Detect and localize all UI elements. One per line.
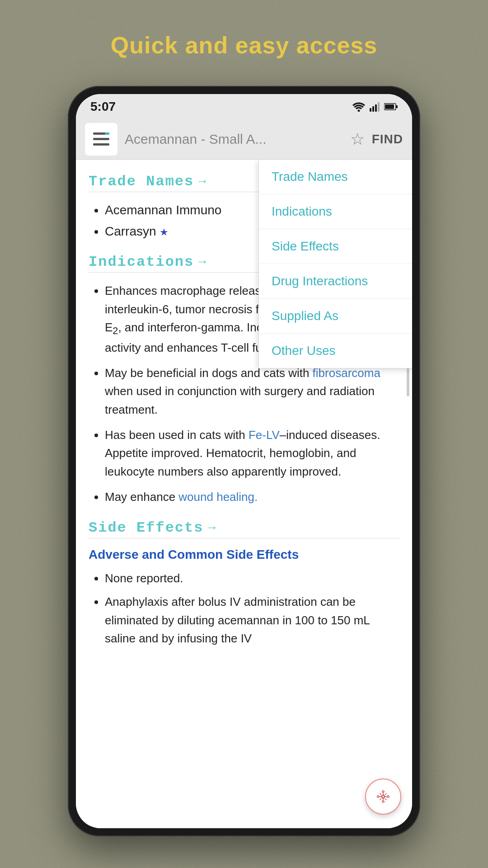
trade-name-2: Carrasyn bbox=[105, 224, 156, 238]
fe-lv-link[interactable]: Fe-LV bbox=[249, 428, 280, 442]
dropdown-menu: Trade Names Indications Side Effects Dru… bbox=[258, 160, 412, 368]
dropdown-item-trade-names[interactable]: Trade Names bbox=[259, 160, 412, 194]
phone-frame: 5:07 bbox=[68, 86, 420, 836]
list-item: Has been used in cats with Fe-LV–induced… bbox=[105, 426, 399, 481]
status-bar: 5:07 bbox=[76, 94, 412, 119]
wound-healing-link[interactable]: wound healing. bbox=[178, 490, 258, 504]
list-item: None reported. bbox=[105, 569, 399, 587]
trade-names-arrow-icon: → bbox=[198, 175, 207, 189]
svg-rect-10 bbox=[93, 143, 109, 146]
battery-icon bbox=[384, 103, 398, 111]
svg-point-13 bbox=[382, 791, 384, 793]
side-effects-label: Side Effects bbox=[89, 519, 203, 536]
page-title: Quick and easy access bbox=[111, 32, 378, 59]
svg-rect-3 bbox=[375, 104, 377, 112]
content-area: Trade Names Indications Side Effects Dru… bbox=[76, 160, 412, 828]
dropdown-item-side-effects[interactable]: Side Effects bbox=[259, 229, 412, 264]
indications-arrow-icon: → bbox=[198, 255, 207, 269]
trade-names-label: Trade Names bbox=[89, 173, 194, 190]
svg-line-21 bbox=[380, 793, 382, 795]
svg-point-14 bbox=[382, 801, 384, 802]
dropdown-item-supplied-as[interactable]: Supplied As bbox=[259, 299, 412, 334]
trade-name-1: Acemannan Immuno bbox=[105, 203, 221, 217]
svg-rect-7 bbox=[385, 104, 394, 109]
app-bar: Acemannan - Small A... ☆ FIND bbox=[76, 119, 412, 160]
svg-point-16 bbox=[387, 796, 389, 797]
side-effects-arrow-icon: → bbox=[208, 521, 216, 535]
wifi-icon bbox=[352, 102, 365, 112]
status-time: 5:07 bbox=[90, 99, 116, 114]
svg-point-15 bbox=[377, 796, 379, 797]
side-effects-list: None reported. Anaphylaxis after bolus I… bbox=[89, 569, 399, 647]
dropdown-item-drug-interactions[interactable]: Drug Interactions bbox=[259, 264, 412, 299]
adverse-heading: Adverse and Common Side Effects bbox=[89, 547, 399, 562]
app-bar-title: Acemannan - Small A... bbox=[125, 132, 343, 147]
dropdown-item-other-uses[interactable]: Other Uses bbox=[259, 334, 412, 368]
svg-rect-9 bbox=[93, 138, 109, 140]
signal-icon bbox=[370, 102, 380, 112]
side-effects-heading[interactable]: Side Effects → bbox=[89, 519, 399, 536]
svg-line-23 bbox=[385, 793, 387, 795]
menu-icon-button[interactable] bbox=[85, 123, 117, 156]
indications-label: Indications bbox=[89, 254, 194, 270]
svg-line-22 bbox=[385, 798, 387, 800]
list-item: Anaphylaxis after bolus IV administratio… bbox=[105, 593, 399, 647]
svg-point-0 bbox=[358, 109, 360, 112]
svg-rect-4 bbox=[378, 102, 380, 112]
side-effects-divider bbox=[89, 538, 399, 538]
side-effects-section: Side Effects → Adverse and Common Side E… bbox=[89, 519, 399, 647]
status-icons bbox=[352, 102, 398, 112]
svg-line-24 bbox=[380, 798, 382, 800]
hamburger-icon bbox=[93, 132, 109, 146]
phone-screen: 5:07 bbox=[76, 94, 412, 828]
svg-rect-2 bbox=[372, 106, 374, 112]
svg-rect-1 bbox=[370, 108, 371, 112]
settings-icon bbox=[373, 787, 393, 807]
find-button[interactable]: FIND bbox=[372, 132, 403, 146]
fab-button[interactable] bbox=[365, 778, 401, 815]
list-item: May be beneficial in dogs and cats with … bbox=[105, 364, 399, 419]
star-badge: ★ bbox=[160, 226, 169, 238]
bookmark-button[interactable]: ☆ bbox=[350, 130, 365, 149]
list-item: May enhance wound healing. bbox=[105, 488, 399, 506]
svg-rect-11 bbox=[105, 132, 109, 135]
svg-rect-6 bbox=[396, 105, 398, 108]
svg-point-12 bbox=[382, 795, 385, 798]
dropdown-item-indications[interactable]: Indications bbox=[259, 194, 412, 229]
